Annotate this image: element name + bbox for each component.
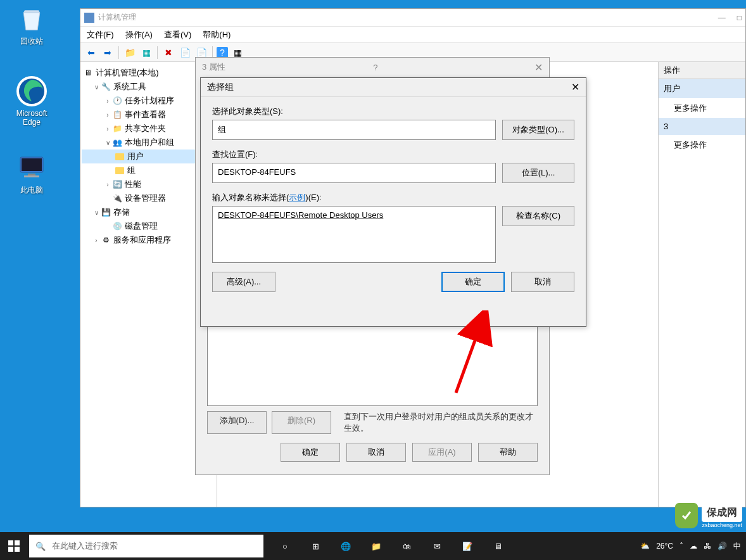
menu-help[interactable]: 帮助(H): [203, 29, 231, 41]
start-button[interactable]: [0, 532, 28, 560]
delete-button[interactable]: 删除(R): [272, 411, 331, 434]
ok-button[interactable]: 确定: [281, 443, 340, 462]
up-button[interactable]: 📁: [123, 46, 137, 60]
menu-action[interactable]: 操作(A): [125, 29, 153, 41]
props-title: 3 属性: [202, 61, 225, 73]
props-button[interactable]: ▦: [139, 46, 153, 60]
locations-button[interactable]: 位置(L)...: [502, 163, 574, 183]
help-icon[interactable]: ?: [373, 63, 377, 72]
search-input[interactable]: 🔍 在此键入进行搜索: [29, 535, 263, 557]
ok-button[interactable]: 确定: [441, 272, 505, 292]
titlebar: 计算机管理 — □: [80, 9, 745, 27]
search-icon: 🔍: [35, 542, 46, 551]
cancel-button[interactable]: 取消: [346, 443, 406, 462]
weather-temp: 26°C: [656, 542, 673, 550]
cortana-icon[interactable]: ○: [270, 532, 300, 560]
check-names-button[interactable]: 检查名称(C): [502, 206, 574, 226]
svg-rect-3: [28, 174, 35, 175]
svg-rect-9: [15, 547, 20, 552]
minimize-button[interactable]: —: [718, 13, 726, 22]
close-icon[interactable]: ✕: [571, 81, 579, 93]
ime-icon[interactable]: 中: [733, 541, 741, 552]
shield-icon: [675, 503, 698, 528]
location-label: 查找位置(F):: [212, 149, 574, 160]
svg-rect-7: [15, 540, 20, 545]
actions-users[interactable]: 用户: [659, 79, 745, 99]
hint-text: 直到下一次用户登录时对用户的组成员关系的更改才生效。: [344, 411, 538, 434]
watermark: 保成网 zsbaocheng.net: [675, 503, 742, 528]
maximize-button[interactable]: □: [737, 13, 742, 22]
store-taskbar-icon[interactable]: 🛍: [391, 532, 422, 560]
tray-chevron-icon[interactable]: ˄: [680, 542, 683, 550]
forward-button[interactable]: ➡: [101, 46, 115, 60]
dialog-title: 选择组: [207, 82, 234, 93]
add-button[interactable]: 添加(D)...: [207, 411, 267, 434]
label: Microsoft Edge: [6, 109, 57, 127]
delete-button[interactable]: ✖: [161, 46, 175, 60]
svg-rect-2: [22, 158, 42, 171]
advanced-button[interactable]: 高级(A)...: [212, 272, 275, 292]
watermark-text: 保成网: [702, 504, 742, 522]
app-icon: [84, 13, 94, 23]
menu-view[interactable]: 查看(V): [164, 29, 191, 41]
back-button[interactable]: ⬅: [84, 46, 98, 60]
window-title: 计算机管理: [98, 12, 136, 23]
edge-icon: [16, 76, 47, 106]
volume-icon[interactable]: 🔊: [718, 542, 727, 550]
menu-file[interactable]: 文件(F): [87, 29, 114, 41]
actions-panel: 操作 用户 更多操作 3 更多操作: [658, 62, 745, 507]
actions-more2[interactable]: 更多操作: [659, 136, 745, 155]
desktop-icon-this-pc[interactable]: 此电脑: [6, 152, 57, 196]
app-taskbar-icon[interactable]: 🖥: [483, 532, 513, 560]
computer-icon: [16, 152, 47, 182]
actions-more1[interactable]: 更多操作: [659, 99, 745, 118]
actions-header: 操作: [659, 62, 745, 79]
names-label: 输入对象名称来选择(示例)(E):: [212, 192, 574, 203]
recycle-bin-icon: [16, 3, 47, 34]
mail-taskbar-icon[interactable]: ✉: [422, 532, 452, 560]
refresh-button[interactable]: 📄: [178, 46, 192, 60]
svg-rect-4: [24, 175, 39, 177]
edge-taskbar-icon[interactable]: 🌐: [331, 532, 361, 560]
names-input[interactable]: DESKTOP-84FEUFS\Remote Desktop Users: [212, 206, 496, 263]
menubar: 文件(F) 操作(A) 查看(V) 帮助(H): [80, 27, 745, 43]
explorer-taskbar-icon[interactable]: 📁: [361, 532, 391, 560]
example-link[interactable]: 示例: [289, 193, 305, 202]
actions-3[interactable]: 3: [659, 118, 745, 136]
onedrive-icon[interactable]: ☁: [690, 542, 697, 550]
label: 回收站: [6, 36, 57, 47]
taskbar: 🔍 在此键入进行搜索 ○ ⊞ 🌐 📁 🛍 ✉ 📝 🖥 ⛅ 26°C ˄ ☁ 🖧 …: [0, 532, 746, 560]
desktop-icon-edge[interactable]: Microsoft Edge: [6, 76, 57, 127]
notepad-taskbar-icon[interactable]: 📝: [452, 532, 483, 560]
object-types-button[interactable]: 对象类型(O)...: [502, 120, 574, 140]
apply-button[interactable]: 应用(A): [412, 443, 472, 462]
object-type-label: 选择此对象类型(S):: [212, 106, 574, 117]
network-icon[interactable]: 🖧: [704, 542, 711, 550]
task-view-icon[interactable]: ⊞: [300, 532, 331, 560]
select-groups-dialog: 选择组 ✕ 选择此对象类型(S): 组 对象类型(O)... 查找位置(F): …: [200, 77, 586, 327]
help-button[interactable]: ?: [217, 47, 228, 58]
help-button[interactable]: 帮助: [478, 443, 538, 462]
weather-icon[interactable]: ⛅: [640, 542, 650, 550]
watermark-url: zsbaocheng.net: [702, 522, 742, 528]
object-type-input[interactable]: 组: [212, 120, 496, 140]
location-input[interactable]: DESKTOP-84FEUFS: [212, 163, 496, 183]
svg-rect-6: [8, 540, 13, 545]
label: 此电脑: [6, 185, 57, 196]
desktop-icon-recycle-bin[interactable]: 回收站: [6, 3, 57, 47]
cancel-button[interactable]: 取消: [511, 272, 574, 292]
close-icon[interactable]: ✕: [534, 61, 543, 73]
search-placeholder: 在此键入进行搜索: [52, 540, 118, 552]
svg-rect-8: [8, 547, 13, 552]
